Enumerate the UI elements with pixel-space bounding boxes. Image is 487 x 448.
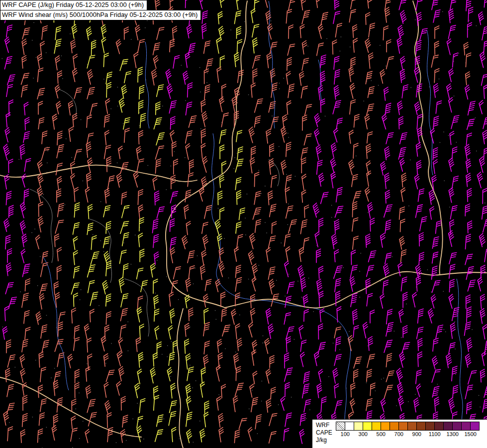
wind-barb	[85, 429, 92, 443]
wind-barb	[7, 427, 12, 442]
wind-barb	[285, 412, 292, 427]
wind-barb	[170, 219, 175, 231]
wind-barb	[58, 203, 64, 218]
wind-barb	[4, 37, 13, 52]
wind-barb	[7, 354, 15, 368]
wind-barb	[25, 117, 30, 130]
wind-barb	[86, 27, 93, 40]
wind-barb	[434, 69, 439, 83]
wind-barb	[399, 236, 406, 249]
wind-barb	[353, 236, 358, 250]
wind-barb	[22, 413, 27, 427]
wind-barb	[449, 279, 454, 292]
wind-barb	[106, 312, 111, 325]
wind-barb	[418, 338, 423, 351]
wind-barb	[22, 383, 28, 396]
wind-barb	[235, 177, 241, 191]
legend-swatch	[398, 422, 408, 431]
wind-barb	[171, 175, 176, 189]
wind-barb	[385, 147, 390, 160]
wind-barb	[398, 116, 403, 129]
wind-barb	[75, 369, 80, 383]
wind-barb	[57, 71, 62, 83]
wind-barb	[119, 277, 126, 293]
wind-barb	[73, 250, 79, 265]
wind-barb	[71, 282, 79, 296]
wind-barb	[24, 310, 29, 324]
wind-barb	[268, 235, 275, 249]
wind-barb	[380, 70, 387, 84]
wind-barb	[204, 308, 209, 324]
wind-barb	[9, 100, 13, 115]
wind-barb	[415, 264, 422, 278]
wind-barb	[9, 296, 17, 309]
wind-barb	[301, 190, 307, 203]
wind-barb	[386, 353, 391, 367]
wind-barb	[449, 342, 455, 354]
wind-barb	[383, 280, 389, 294]
wind-barb	[334, 220, 339, 233]
wind-barb	[319, 291, 324, 307]
wind-barb	[20, 144, 25, 159]
country-border	[225, 272, 487, 308]
wind-barb	[155, 191, 160, 205]
wind-barb	[186, 354, 192, 369]
wind-barb	[73, 113, 78, 127]
wind-barb	[384, 339, 392, 354]
wind-barb	[252, 23, 259, 38]
wind-barb	[167, 84, 175, 99]
wind-barb	[218, 414, 224, 428]
wind-barb	[477, 172, 485, 188]
wind-barb	[22, 56, 27, 69]
wind-barb	[304, 309, 308, 322]
wind-barb	[314, 352, 321, 366]
wind-barb	[317, 42, 324, 56]
wind-barb	[200, 265, 206, 280]
wind-barb	[432, 251, 438, 264]
wind-barb	[466, 159, 472, 172]
wind-barb	[466, 295, 471, 309]
wind-barb	[301, 158, 306, 173]
wind-barb	[485, 247, 487, 263]
wind-barb	[86, 385, 92, 398]
region-border	[60, 90, 77, 116]
wind-barb	[189, 160, 194, 173]
wind-barb	[267, 53, 273, 68]
wind-barb	[55, 56, 61, 70]
wind-barb	[103, 354, 109, 367]
country-border	[166, 1, 247, 308]
wind-barb	[174, 266, 181, 280]
wind-barb	[431, 295, 438, 308]
wind-barb	[481, 265, 486, 279]
wind-barb	[239, 208, 245, 221]
wind-barb	[387, 40, 391, 52]
wind-barb	[281, 126, 289, 142]
wind-barb	[204, 412, 210, 427]
wind-barb	[57, 131, 62, 145]
wind-barb	[221, 292, 225, 307]
wind-barb	[453, 53, 458, 68]
wind-barb	[55, 293, 61, 308]
wind-barb	[2, 327, 9, 339]
wind-barb	[71, 416, 77, 429]
wind-barb	[271, 175, 277, 188]
wind-barb	[419, 252, 424, 265]
wind-barb	[120, 58, 128, 72]
wind-barb	[349, 130, 355, 143]
wind-barb	[55, 234, 60, 247]
wind-barb	[350, 83, 357, 99]
wind-barb	[238, 70, 244, 83]
wind-barb	[349, 277, 357, 292]
wind-barb	[272, 222, 276, 234]
wind-barb	[484, 384, 487, 398]
wind-barb	[56, 162, 63, 176]
wind-barb	[429, 207, 435, 220]
country-borders-layer	[0, 1, 487, 448]
wind-barb	[367, 369, 372, 382]
wind-barb	[446, 84, 454, 99]
wind-barb	[320, 71, 325, 85]
wind-barb	[35, 235, 43, 249]
wind-barb	[153, 177, 159, 190]
wind-barb	[6, 112, 11, 127]
wind-barb	[286, 247, 292, 262]
